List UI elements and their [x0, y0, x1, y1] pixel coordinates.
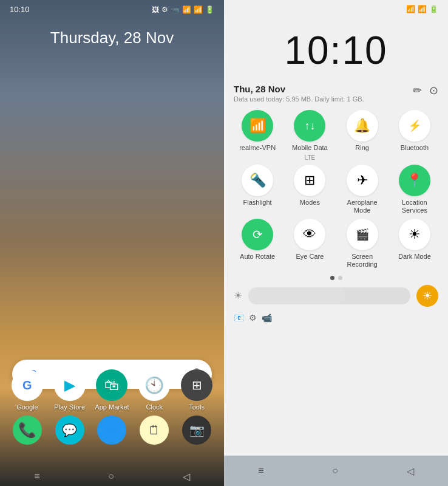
aeroplane-label: Aeroplane Mode: [339, 199, 386, 214]
tile-dark-mode[interactable]: ☀ Dark Mode: [391, 219, 438, 269]
app-market-icon: 🛍: [96, 369, 127, 401]
dark-mode-icon: ☀: [399, 219, 430, 250]
play-store-icon: ▶: [54, 369, 86, 401]
brightness-high-icon: ☀: [416, 285, 438, 307]
notif-date-info: Thu, 28 Nov Data used today: 5.95 MB. Da…: [234, 84, 364, 103]
tile-modes[interactable]: ⊞ Modes: [286, 165, 333, 214]
app-google[interactable]: G Google: [7, 369, 47, 411]
app-dock: G Google ▶ Play Store 🛍 App Market 🕙: [0, 362, 224, 450]
left-status-bar: 10:10 🖼 ⚙ 📹 📶 📶 🔋: [0, 0, 224, 16]
edit-notif-button[interactable]: ✏: [413, 84, 422, 97]
dot-1: [102, 362, 106, 366]
dock-camera[interactable]: 📷: [182, 416, 211, 445]
camera-dock-icon: 📷: [182, 416, 211, 445]
clock-label: Clock: [146, 403, 163, 411]
signal-right-icon: 📶: [418, 5, 427, 13]
right-time-display: 10:10: [224, 16, 448, 79]
tiles-row-3: ⟳ Auto Rotate 👁 Eye Care 🎬 Screen Record…: [231, 219, 441, 269]
settings-notif-button[interactable]: ⊙: [429, 84, 438, 97]
video-status-icon: 📹: [171, 5, 180, 14]
video-notif-icon: 📹: [262, 313, 272, 323]
tile-flashlight[interactable]: 🔦 Flashlight: [234, 165, 281, 214]
notification-icons-row: 📧 ⚙ 📹: [224, 310, 448, 325]
brightness-slider[interactable]: [248, 287, 410, 304]
quick-tiles: 📶 realme-VPN ↑↓ Mobile Data LTE 🔔 Ring ⚡…: [224, 104, 448, 272]
notif-data-usage: Data used today: 5.95 MB. Daily limit: 1…: [234, 95, 364, 103]
right-home-nav[interactable]: ○: [332, 465, 338, 476]
realme-vpn-icon: 📶: [242, 110, 273, 142]
tools-label: Tools: [189, 403, 205, 411]
left-phone-panel: 10:10 🖼 ⚙ 📹 📶 📶 🔋 Thursday, 28 Nov G 🎤 G: [0, 0, 224, 486]
location-label: Location Services: [391, 199, 438, 214]
left-nav-bar: ≡ ○ ◁: [0, 469, 224, 486]
tile-bluetooth[interactable]: ⚡ Bluetooth: [391, 110, 438, 161]
dark-mode-label: Dark Mode: [398, 253, 431, 261]
right-nav-bar: ≡ ○ ◁: [224, 456, 448, 486]
location-icon: 📍: [399, 165, 430, 196]
wifi-right-icon: 📶: [406, 5, 415, 13]
settings-notif-icon: ⚙: [249, 313, 257, 323]
dot-3: [119, 362, 123, 366]
dock-notes[interactable]: 🗒: [140, 416, 169, 445]
menu-nav-icon[interactable]: ≡: [34, 471, 39, 482]
aeroplane-icon: ✈: [347, 165, 378, 196]
app-tools[interactable]: ⊞ Tools: [177, 369, 217, 411]
battery-right-icon: 🔋: [429, 5, 438, 13]
battery-icon: 🔋: [205, 5, 214, 14]
screen-recording-label: Screen Recording: [339, 253, 386, 269]
bluetooth-label: Bluetooth: [401, 144, 429, 152]
tile-screen-recording[interactable]: 🎬 Screen Recording: [339, 219, 386, 269]
dock-phone[interactable]: 📞: [13, 416, 42, 445]
right-status-bar: 📶 📶 🔋: [224, 0, 448, 16]
app-market-label: App Market: [95, 403, 129, 411]
mobile-data-icon: ↑↓: [294, 110, 325, 142]
app-app-market[interactable]: 🛍 App Market: [92, 369, 132, 411]
tile-auto-rotate[interactable]: ⟳ Auto Rotate: [234, 219, 281, 269]
notification-header: Thu, 28 Nov Data used today: 5.95 MB. Da…: [224, 79, 448, 104]
right-back-nav[interactable]: ◁: [407, 465, 414, 477]
dot-2: [110, 362, 114, 366]
right-menu-nav[interactable]: ≡: [258, 465, 263, 476]
back-nav-icon[interactable]: ◁: [183, 471, 190, 482]
modes-label: Modes: [300, 199, 320, 207]
right-dot-1: [330, 276, 334, 280]
right-dot-2: [338, 276, 342, 280]
app-row-main: G Google ▶ Play Store 🛍 App Market 🕙: [6, 369, 218, 411]
left-time: 10:10: [10, 5, 30, 14]
dock-find[interactable]: ◎: [97, 416, 126, 445]
find-icon: ◎: [97, 416, 126, 445]
mobile-data-label: Mobile Data: [292, 144, 328, 152]
ring-label: Ring: [355, 144, 369, 152]
screen-recording-icon: 🎬: [347, 219, 378, 250]
dock-messages[interactable]: 💬: [55, 416, 84, 445]
home-nav-icon[interactable]: ○: [108, 471, 114, 482]
signal-icon: 📶: [194, 5, 203, 14]
mobile-data-sublabel: LTE: [305, 154, 316, 161]
google-app-icon: G: [12, 369, 43, 401]
ring-icon: 🔔: [347, 110, 378, 142]
app-play-store[interactable]: ▶ Play Store: [50, 369, 89, 411]
auto-rotate-icon: ⟳: [242, 219, 273, 250]
left-date-display: Thursday, 28 Nov: [0, 29, 224, 47]
tile-location[interactable]: 📍 Location Services: [391, 165, 438, 214]
tile-ring[interactable]: 🔔 Ring: [339, 110, 386, 161]
clock-app-icon: 🕙: [138, 369, 170, 401]
tile-aeroplane[interactable]: ✈ Aeroplane Mode: [339, 165, 386, 214]
modes-icon: ⊞: [294, 165, 325, 196]
tile-mobile-data[interactable]: ↑↓ Mobile Data LTE: [286, 110, 333, 161]
flashlight-icon: 🔦: [242, 165, 273, 196]
google-label: Google: [16, 403, 38, 411]
brightness-control[interactable]: ☀ ☀: [234, 285, 438, 307]
notif-action-buttons: ✏ ⊙: [413, 84, 438, 97]
wifi-icon: 📶: [182, 5, 191, 14]
tile-realme-vpn[interactable]: 📶 realme-VPN: [234, 110, 281, 161]
email-notif-icon: 📧: [234, 313, 244, 323]
tile-eye-care[interactable]: 👁 Eye Care: [286, 219, 333, 269]
messages-icon: 💬: [55, 416, 84, 445]
brightness-low-icon: ☀: [234, 290, 242, 301]
auto-rotate-label: Auto Rotate: [240, 253, 275, 261]
tools-app-icon: ⊞: [181, 369, 212, 401]
eye-care-label: Eye Care: [296, 253, 324, 261]
app-clock[interactable]: 🕙 Clock: [135, 369, 174, 411]
notes-icon: 🗒: [140, 416, 169, 445]
